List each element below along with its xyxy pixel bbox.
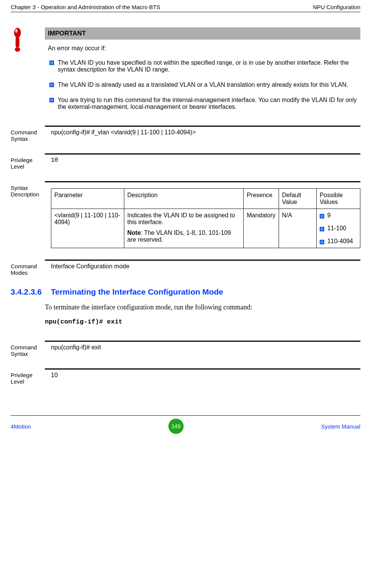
td-default: N/A — [279, 209, 316, 248]
svg-point-1 — [15, 29, 17, 33]
th-parameter: Parameter — [51, 189, 124, 209]
svg-point-3 — [15, 47, 20, 52]
content-area: IMPORTANT An error may occur if: The VLA… — [45, 27, 360, 385]
page-number-badge: 149 — [168, 419, 184, 434]
privilege-level-section: Privilege Level 10 — [45, 153, 360, 170]
def-label-syntax-description: Syntax Description — [11, 185, 46, 248]
important-title: IMPORTANT — [45, 27, 360, 40]
syntax-description-section: Syntax Description Parameter Description… — [45, 181, 360, 248]
note-text: : The VLAN IDs, 1-8, 10, 101-109 are res… — [127, 229, 231, 243]
privilege-level-section: Privilege Level 10 — [45, 368, 360, 385]
table-header-row: Parameter Description Presence Default V… — [51, 189, 360, 209]
def-label-command-syntax: Command Syntax — [11, 129, 46, 142]
def-label-privilege: Privilege Level — [11, 157, 46, 170]
header-left: Chapter 3 - Operation and Administration… — [11, 4, 160, 10]
section-title: Terminating the Interface Configuration … — [51, 287, 223, 296]
parameter-table: Parameter Description Presence Default V… — [51, 188, 360, 248]
def-label-command-syntax: Command Syntax — [11, 344, 46, 357]
page-footer: 4Motion 149 System Manual — [11, 415, 360, 434]
bullet-text: The VLAN ID is already used as a transla… — [58, 81, 357, 88]
td-parameter: <vlanid(9 | 11-100 | 110-4094) — [51, 209, 124, 248]
section-number: 3.4.2.3.6 — [11, 287, 42, 296]
td-description: Indicates the VLAN ID to be assigned to … — [124, 209, 243, 248]
possible-value-text: 11-100 — [327, 225, 346, 232]
page-header: Chapter 3 - Operation and Administration… — [11, 4, 360, 12]
td-possible: 9 11-100 110-4094 — [317, 209, 360, 248]
important-bullet: The VLAN ID is already used as a transla… — [48, 81, 357, 88]
command-syntax-section: Command Syntax npu(config-if)# if_vlan <… — [45, 126, 360, 142]
def-value-command-syntax: npu(config-if)# exit — [51, 344, 360, 357]
td-desc-main: Indicates the VLAN ID to be assigned to … — [127, 212, 240, 226]
command-syntax-section: Command Syntax npu(config-if)# exit — [45, 341, 360, 357]
def-label-privilege: Privilege Level — [11, 372, 46, 385]
def-value-command-syntax: npu(config-if)# if_vlan <vlanid(9 | 11-1… — [51, 129, 360, 142]
svg-rect-2 — [16, 37, 19, 48]
square-bullet-icon — [49, 83, 54, 87]
important-block: IMPORTANT An error may occur if: The VLA… — [45, 27, 360, 110]
important-intro: An error may occur if: — [48, 45, 357, 52]
square-bullet-icon — [49, 61, 54, 65]
td-desc-note: Note: The VLAN IDs, 1-8, 10, 101-109 are… — [127, 229, 240, 243]
th-default: Default Value — [279, 189, 316, 209]
possible-value-text: 9 — [327, 212, 331, 219]
possible-value-item: 110-4094 — [320, 238, 357, 245]
section-heading: 3.4.2.3.6 Terminating the Interface Conf… — [11, 287, 360, 296]
possible-value-item: 9 — [320, 212, 357, 219]
important-bullet: You are trying to run this command for t… — [48, 97, 357, 110]
possible-value-item: 11-100 — [320, 225, 357, 232]
table-row: <vlanid(9 | 11-100 | 110-4094) Indicates… — [51, 209, 360, 248]
square-bullet-icon — [320, 214, 324, 218]
footer-left: 4Motion — [11, 423, 31, 430]
square-bullet-icon — [320, 227, 324, 231]
th-description: Description — [124, 189, 243, 209]
td-presence: Mandatory — [244, 209, 279, 248]
footer-right: System Manual — [321, 423, 360, 430]
header-right: NPU Configuration — [313, 4, 360, 10]
square-bullet-icon — [49, 98, 54, 102]
def-value-command-modes: Interface Configuration mode — [51, 263, 360, 276]
svg-point-0 — [14, 28, 21, 38]
def-label-command-modes: Command Modes — [11, 263, 46, 276]
section-paragraph: To terminate the interface configuration… — [45, 303, 360, 311]
important-icon — [12, 27, 23, 53]
def-value-privilege: 10 — [51, 372, 360, 385]
command-modes-section: Command Modes Interface Configuration mo… — [45, 260, 360, 276]
important-bullet: The VLAN ID you have specified is not wi… — [48, 59, 357, 73]
bullet-text: The VLAN ID you have specified is not wi… — [58, 59, 357, 73]
command-example: npu(config-if)# exit — [45, 318, 360, 325]
square-bullet-icon — [320, 240, 324, 244]
note-label: Note — [127, 229, 141, 236]
th-possible: Possible Values — [317, 189, 360, 209]
important-body: An error may occur if: The VLAN ID you h… — [45, 45, 360, 110]
possible-value-text: 110-4094 — [327, 238, 353, 245]
bullet-text: You are trying to run this command for t… — [58, 97, 357, 110]
syntax-description-table-wrapper: Parameter Description Presence Default V… — [51, 185, 360, 248]
def-value-privilege: 10 — [51, 157, 360, 170]
th-presence: Presence — [244, 189, 279, 209]
